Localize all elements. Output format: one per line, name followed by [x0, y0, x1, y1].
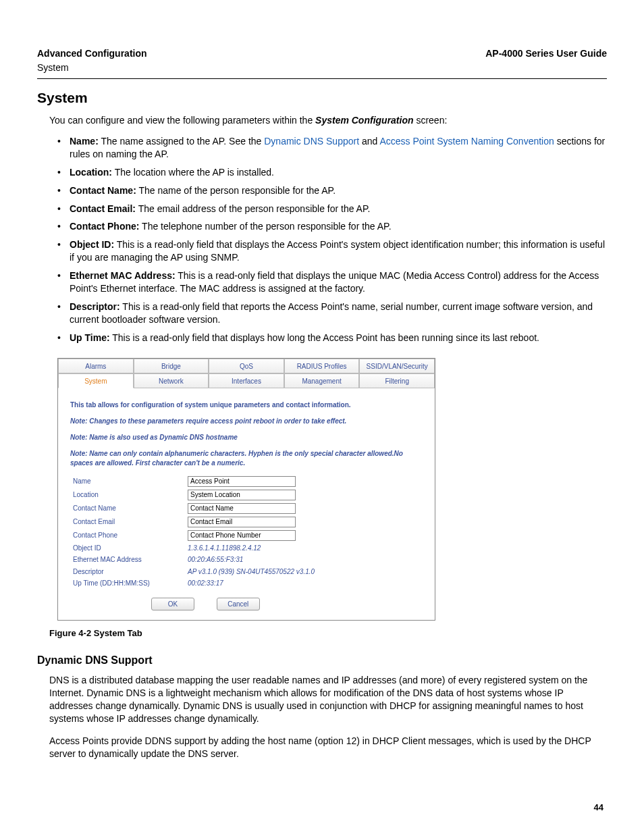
bullet-label: Up Time: [70, 332, 110, 343]
paragraph: Access Points provide DDNS support by ad… [49, 735, 607, 760]
table-row: Ethernet MAC Address 00:20:A6:55:F3:31 [70, 554, 423, 566]
panel-note: Note: Changes to these parameters requir… [70, 417, 423, 426]
tab-qos[interactable]: QoS [209, 359, 284, 373]
field-label: Up Time (DD:HH:MM:SS) [70, 577, 185, 590]
panel-note: Note: Name can only contain alphanumeric… [70, 449, 423, 468]
link-ddns[interactable]: Dynamic DNS Support [264, 136, 359, 147]
table-row: Name [70, 475, 423, 488]
bullet-label: Object ID: [70, 239, 114, 250]
bullet-label: Contact Phone: [70, 221, 139, 232]
contact-name-input[interactable] [188, 503, 296, 514]
bullet-text: The name assigned to the AP. See the [99, 136, 264, 147]
tab-ssid[interactable]: SSID/VLAN/Security [359, 359, 435, 373]
panel-note: Note: Name is also used as Dynamic DNS h… [70, 433, 423, 442]
field-label: Ethernet MAC Address [70, 554, 185, 566]
table-row: Contact Email [70, 515, 423, 529]
bullet-list: Name: The name assigned to the AP. See t… [57, 135, 607, 344]
bullet-text: This is a read-only field that displays … [110, 332, 539, 343]
uptime-value: 00:02:33:17 [185, 577, 423, 590]
cancel-button[interactable]: Cancel [217, 598, 260, 611]
contact-email-input[interactable] [188, 517, 296, 527]
bullet-label: Ethernet MAC Address: [70, 270, 176, 281]
form-table: Name Location Contact Name Contact Email… [70, 475, 423, 590]
bullet-text: The location where the AP is installed. [112, 167, 274, 178]
ok-button[interactable]: OK [151, 598, 194, 611]
bullet-text: The telephone number of the person respo… [139, 221, 391, 232]
list-item: Ethernet MAC Address: This is a read-onl… [57, 269, 607, 295]
subsection-title: Dynamic DNS Support [37, 653, 607, 668]
bullet-text: and [359, 136, 379, 147]
list-item: Name: The name assigned to the AP. See t… [57, 135, 607, 161]
paragraph: DNS is a distributed database mapping th… [49, 674, 607, 725]
list-item: Location: The location where the AP is i… [57, 166, 607, 179]
tab-bridge[interactable]: Bridge [134, 359, 209, 373]
tab-management[interactable]: Management [284, 373, 360, 388]
intro-pre: You can configure and view the following… [49, 115, 315, 126]
link-naming-convention[interactable]: Access Point System Naming Convention [379, 136, 554, 147]
header-right: AP-4000 Series User Guide [485, 47, 607, 60]
object-id-value: 1.3.6.1.4.1.11898.2.4.12 [185, 542, 423, 554]
table-row: Descriptor AP v3.1.0 (939) SN-04UT455705… [70, 566, 423, 578]
table-row: Contact Name [70, 502, 423, 515]
bullet-text: This is a read-only field that displays … [70, 239, 605, 263]
field-label: Descriptor [70, 566, 185, 578]
mac-value: 00:20:A6:55:F3:31 [185, 554, 423, 566]
intro-em: System Configuration [315, 115, 413, 126]
field-label: Name [70, 475, 185, 488]
field-label: Contact Name [70, 502, 185, 515]
intro-post: screen: [414, 115, 448, 126]
table-row: Object ID 1.3.6.1.4.1.11898.2.4.12 [70, 542, 423, 554]
header-sub: System [37, 61, 607, 74]
descriptor-value: AP v3.1.0 (939) SN-04UT45570522 v3.1.0 [185, 566, 423, 578]
field-label: Object ID [70, 542, 185, 554]
list-item: Up Time: This is a read-only field that … [57, 332, 607, 344]
bullet-label: Contact Email: [70, 203, 136, 214]
list-item: Contact Email: The email address of the … [57, 203, 607, 215]
tab-alarms[interactable]: Alarms [58, 359, 134, 373]
list-item: Object ID: This is a read-only field tha… [57, 238, 607, 264]
list-item: Contact Name: The name of the person res… [57, 184, 607, 197]
header-rule [37, 78, 607, 79]
bullet-text: This is a read-only field that reports t… [70, 301, 593, 325]
screenshot-panel: Alarms Bridge QoS RADIUS Profiles SSID/V… [57, 358, 435, 621]
tab-row-top: Alarms Bridge QoS RADIUS Profiles SSID/V… [58, 359, 435, 373]
bullet-text: The name of the person responsible for t… [136, 185, 336, 196]
tab-network[interactable]: Network [134, 373, 209, 388]
table-row: Location [70, 488, 423, 502]
field-label: Location [70, 488, 185, 502]
tab-system[interactable]: System [58, 373, 134, 388]
field-label: Contact Phone [70, 529, 185, 542]
bullet-label: Contact Name: [70, 185, 136, 196]
name-input[interactable] [188, 476, 296, 487]
tab-interfaces[interactable]: Interfaces [209, 373, 284, 388]
header-left: Advanced Configuration [37, 47, 147, 60]
tab-row-bottom: System Network Interfaces Management Fil… [58, 373, 435, 388]
panel-desc: This tab allows for configuration of sys… [70, 400, 423, 410]
bullet-label: Name: [70, 136, 99, 147]
intro-paragraph: You can configure and view the following… [49, 114, 607, 127]
section-title: System [37, 88, 607, 107]
contact-phone-input[interactable] [188, 530, 296, 541]
tab-radius[interactable]: RADIUS Profiles [284, 359, 360, 373]
list-item: Descriptor: This is a read-only field th… [57, 301, 607, 326]
location-input[interactable] [188, 490, 296, 500]
list-item: Contact Phone: The telephone number of t… [57, 220, 607, 233]
bullet-label: Descriptor: [70, 301, 120, 312]
bullet-label: Location: [70, 167, 112, 178]
table-row: Up Time (DD:HH:MM:SS) 00:02:33:17 [70, 577, 423, 590]
field-label: Contact Email [70, 515, 185, 529]
bullet-text: The email address of the person responsi… [136, 203, 370, 214]
table-row: Contact Phone [70, 529, 423, 542]
tab-filtering[interactable]: Filtering [359, 373, 435, 388]
figure-caption: Figure 4-2 System Tab [49, 627, 607, 640]
